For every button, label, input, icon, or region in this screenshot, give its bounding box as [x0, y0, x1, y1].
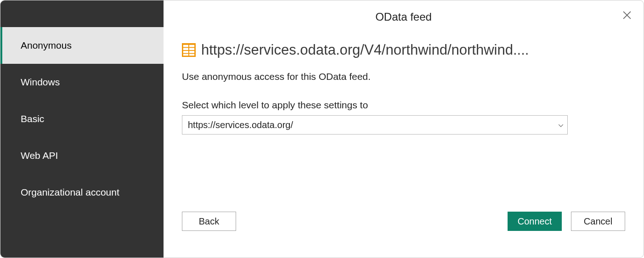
level-select[interactable]: https://services.odata.org/	[182, 115, 568, 135]
svg-rect-7	[183, 51, 188, 53]
svg-rect-10	[189, 54, 194, 56]
dialog-title: OData feed	[182, 0, 625, 23]
svg-rect-9	[183, 54, 188, 56]
close-icon	[623, 11, 631, 19]
odata-feed-icon	[182, 43, 196, 57]
svg-rect-4	[189, 45, 194, 47]
sidebar-item-label: Web API	[21, 150, 58, 161]
svg-rect-6	[189, 48, 194, 50]
feed-url: https://services.odata.org/V4/northwind/…	[201, 42, 529, 58]
button-label: Connect	[518, 216, 552, 227]
sidebar-item-label: Windows	[21, 77, 60, 88]
sidebar-item-basic[interactable]: Basic	[0, 101, 164, 137]
svg-rect-5	[183, 48, 188, 50]
back-button[interactable]: Back	[182, 212, 236, 231]
level-label: Select which level to apply these settin…	[182, 100, 625, 111]
svg-rect-8	[189, 51, 194, 53]
cancel-button[interactable]: Cancel	[571, 212, 625, 231]
auth-method-sidebar: Anonymous Windows Basic Web API Organiza…	[0, 0, 164, 258]
dialog-footer: Back Connect Cancel	[182, 212, 625, 231]
sidebar-item-organizational[interactable]: Organizational account	[0, 174, 164, 211]
level-select-value: https://services.odata.org/	[188, 120, 293, 130]
button-label: Cancel	[584, 216, 612, 227]
odata-auth-dialog: Anonymous Windows Basic Web API Organiza…	[0, 0, 644, 258]
sidebar-item-windows[interactable]: Windows	[0, 64, 164, 101]
footer-right: Connect Cancel	[508, 212, 625, 231]
sidebar-item-label: Basic	[21, 113, 44, 124]
auth-description: Use anonymous access for this OData feed…	[182, 71, 625, 82]
button-label: Back	[199, 216, 219, 227]
sidebar-item-webapi[interactable]: Web API	[0, 137, 164, 174]
sidebar-item-anonymous[interactable]: Anonymous	[0, 27, 164, 64]
level-select-wrap: https://services.odata.org/	[182, 115, 568, 135]
connect-button[interactable]: Connect	[508, 212, 562, 231]
sidebar-item-label: Organizational account	[21, 187, 119, 198]
feed-url-row: https://services.odata.org/V4/northwind/…	[182, 42, 625, 58]
sidebar-item-label: Anonymous	[21, 40, 72, 51]
close-button[interactable]	[621, 9, 633, 22]
svg-rect-3	[183, 45, 188, 47]
main-panel: OData feed https://services.odata.org/V4…	[164, 0, 644, 258]
